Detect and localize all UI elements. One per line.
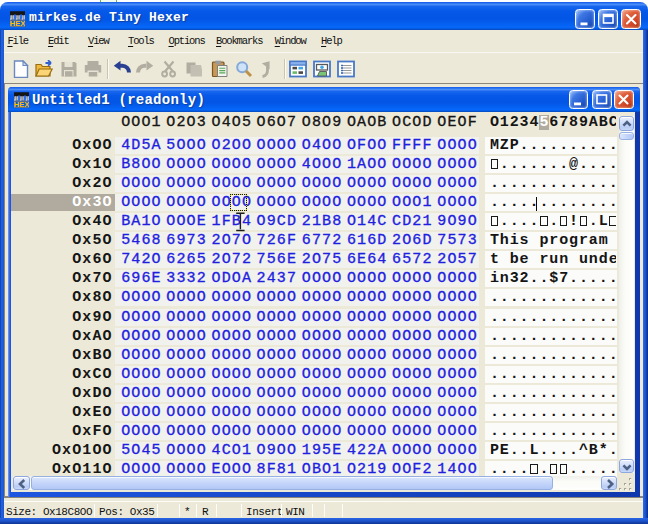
svg-text:HEX: HEX bbox=[10, 19, 25, 27]
svg-text:HEX: HEX bbox=[14, 100, 29, 108]
